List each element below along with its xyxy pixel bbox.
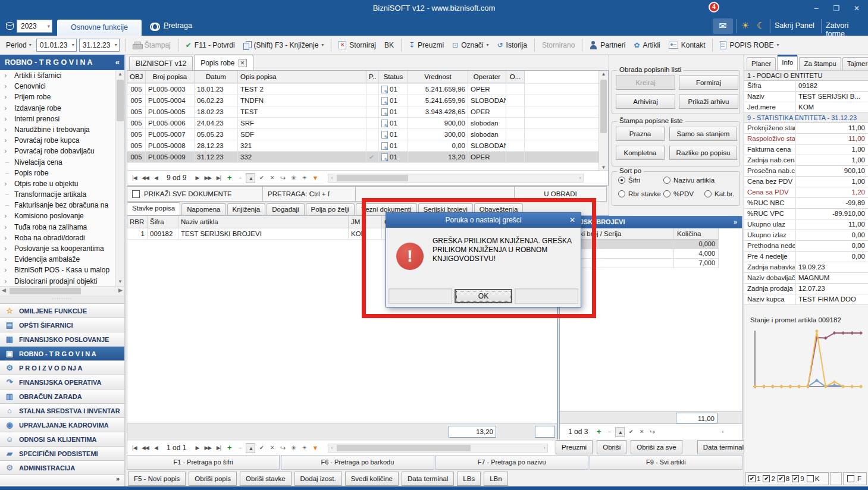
bottom-button-dodaj-izost[interactable]: Dodaj izost.	[294, 472, 342, 486]
scrollbar-thumb[interactable]	[600, 80, 607, 133]
nav-edit-icon[interactable]: −	[235, 443, 245, 453]
obrada-button-prika-i-arhivu[interactable]: Prikaži arhivu	[679, 95, 738, 109]
sidebar-section-upravljanje-kadrovima[interactable]: ◉UPRAVLJANJE KADROVIMA	[0, 417, 124, 432]
date-from-input[interactable]: 01.01.23 ▾	[36, 39, 77, 52]
scrollbar-thumb[interactable]	[117, 80, 124, 121]
checkbox-icon[interactable]: ✔	[763, 475, 770, 482]
bottom-button-lbs[interactable]: LBs	[457, 472, 481, 486]
sidebar-section-obra-un-zarada[interactable]: ▥OBRAČUN ZARADA	[0, 389, 124, 403]
bottom-button-f5-novi-popis[interactable]: F5 - Novi popis	[128, 472, 186, 486]
detail-tab-polja-po-elji[interactable]: Polja po želji	[306, 203, 355, 215]
nav-edit-icon[interactable]: ▲	[246, 173, 255, 183]
series-checkbox-k[interactable]: K	[807, 475, 820, 482]
fkey-button-f9-svi-artikli[interactable]: F9 - Svi artikli	[590, 455, 742, 470]
error-dialog-titlebar[interactable]: Poruka o nastaloj grešci ✕	[386, 213, 581, 228]
sidebar-item-fakturisanje-bez-obra-una-na[interactable]: –Fakturisanje bez obračuna na	[0, 200, 124, 211]
nav-edit-icon[interactable]: ✳	[299, 173, 309, 183]
column-header-koli-ina[interactable]: Količina	[674, 228, 719, 240]
expand-icon[interactable]: ›	[4, 146, 7, 156]
table-vertical-scrollbar[interactable]: ▲ ▼	[598, 71, 608, 171]
nav-next-last-icon[interactable]: ▶	[192, 173, 202, 183]
checkbox-icon[interactable]: ✔	[778, 475, 785, 482]
nav-next-last-icon[interactable]: ▶	[192, 443, 202, 453]
info-tab-info[interactable]: Info	[777, 55, 798, 70]
scroll-left-icon[interactable]: ‹	[331, 444, 333, 452]
expand-icon[interactable]: »	[734, 216, 737, 228]
scroll-left-icon[interactable]: ‹	[331, 174, 333, 182]
dark-theme-icon[interactable]: ☾	[757, 20, 764, 31]
expand-icon[interactable]: ›	[4, 233, 7, 243]
sidebar-item-biznisoft-pos-kasa-u-malop[interactable]: ›BizniSoft POS - Kasa u malop	[0, 265, 124, 275]
nav-edit-icon[interactable]: ✔	[256, 173, 266, 183]
obrada-button-arhiviraj[interactable]: Arhiviraj	[616, 95, 675, 109]
expand-icon[interactable]: ›	[4, 114, 7, 124]
serial-button-data-terminal[interactable]: Data terminal	[697, 440, 750, 454]
sidebar-item-cenovnici[interactable]: ›Cenovnici	[0, 81, 124, 92]
doc-tab-popis-robe[interactable]: Popis robe✕	[194, 55, 253, 70]
info-tab-za-tampu[interactable]: Za štampu	[799, 57, 841, 70]
nav-edit-icon[interactable]: +	[224, 173, 234, 183]
hide-panel-button[interactable]: Sakrij Panel	[775, 21, 814, 30]
expand-icon[interactable]: ›	[4, 81, 7, 92]
nav-first-prev-icon[interactable]: |◀	[130, 173, 139, 183]
collapse-icon[interactable]: «	[115, 55, 120, 70]
scroll-left-icon[interactable]: ◀	[2, 287, 6, 293]
ok-button[interactable]: OK	[455, 289, 512, 303]
serial-row[interactable]: 0,000	[560, 240, 719, 249]
scrollbar-thumb[interactable]	[337, 175, 408, 181]
tab-pretraga[interactable]: Pretraga	[150, 21, 192, 30]
toolbar-button-f11-potvrdi[interactable]: ✔F11 - Potvrdi	[181, 37, 239, 53]
series-checkbox-8[interactable]: ✔8	[778, 475, 789, 482]
toolbar-button-bk[interactable]: BK	[380, 37, 398, 53]
nav-edit-icon[interactable]: ▲	[246, 443, 255, 453]
column-header-col4[interactable]	[364, 216, 382, 228]
sort-radio-ifri[interactable]: Šifri	[618, 177, 640, 184]
checkbox-icon[interactable]	[847, 475, 854, 482]
sidebar-item-interni-prenosi[interactable]: ›Interni prenosi	[0, 114, 124, 124]
scroll-right-icon[interactable]: ▶	[118, 287, 123, 293]
radio-icon[interactable]	[618, 190, 625, 197]
nav-edit-icon[interactable]: ✳	[299, 443, 309, 453]
table-row[interactable]: 005PL005-000624.04.23SRF01900,00slobodan	[127, 118, 608, 129]
toolbar-button-preuzmi[interactable]: ↧Preuzmi	[405, 37, 448, 53]
table-row[interactable]: 005PL005-000931.12.23332✔0113,20OPER	[127, 152, 608, 163]
radio-icon[interactable]	[663, 177, 670, 184]
table-row[interactable]: 005PL005-000518.02.23TEST013.943.428,65O…	[127, 106, 608, 118]
nav-next-last-icon[interactable]: ▶▶	[203, 443, 212, 453]
nav-edit-icon[interactable]: ↪	[278, 173, 287, 183]
sidebar-vertical-scrollbar[interactable]: ▲ ▼	[115, 70, 124, 286]
filter-funnel-icon[interactable]: ▼	[310, 173, 319, 183]
nav-edit-icon[interactable]: −	[235, 173, 245, 183]
sidebar-splitter[interactable]: ·········	[0, 296, 124, 303]
detail-tab-napomena[interactable]: Napomena	[181, 203, 225, 215]
stampa-button-prazna[interactable]: Prazna	[616, 127, 665, 141]
close-tab-icon[interactable]: ✕	[239, 59, 247, 67]
column-header-status[interactable]: Status	[379, 71, 408, 83]
nav-next-last-icon[interactable]: ▶|	[214, 173, 223, 183]
expand-icon[interactable]: ›	[4, 254, 7, 265]
scroll-up-icon[interactable]: ▲	[116, 70, 124, 78]
table-row[interactable]: 005PL005-000318.01.23TEST 2015.241.659,9…	[127, 84, 608, 95]
nav-edit-icon[interactable]: −	[604, 427, 614, 437]
stampa-button-samo-sa-stanjem[interactable]: Samo sa stanjem	[669, 127, 737, 141]
serial-row[interactable]: 7,000	[560, 259, 719, 268]
sidebar-item-prijem-robe[interactable]: ›Prijem robe	[0, 92, 124, 102]
column-header-ifra[interactable]: Šifra	[148, 216, 178, 228]
column-header-broj-popisa[interactable]: Broj popisa	[146, 71, 195, 83]
nav-first-prev-icon[interactable]: |◀	[130, 443, 139, 453]
scroll-down-icon[interactable]: ▼	[116, 278, 124, 286]
filter-funnel-icon[interactable]: ▼	[310, 443, 319, 453]
expand-icon[interactable]: ›	[4, 103, 7, 114]
table-row[interactable]: 005PL005-000406.02.23TNDFN015.241.659,96…	[127, 95, 608, 106]
bottom-button-obri-i-stavke[interactable]: Obriši stavke	[240, 472, 291, 486]
horizontal-scrollbar[interactable]: ‹›	[328, 444, 548, 453]
checkbox-icon[interactable]: ✔	[792, 475, 799, 482]
sort-radio-rbr-stavke[interactable]: Rbr stavke	[618, 190, 661, 197]
sidebar-item-izdavanje-robe[interactable]: ›Izdavanje robe	[0, 103, 124, 114]
toolbar-button-partneri[interactable]: Partneri	[585, 37, 629, 53]
tab-osnovne-funkcije[interactable]: Osnovne funkcije	[57, 20, 142, 36]
toolbar-button-tampaj[interactable]: Štampaj	[129, 37, 175, 53]
light-theme-icon[interactable]: ☀	[741, 20, 749, 31]
checkbox-icon[interactable]	[807, 475, 814, 482]
nav-first-prev-icon[interactable]: ◀◀	[140, 173, 150, 183]
